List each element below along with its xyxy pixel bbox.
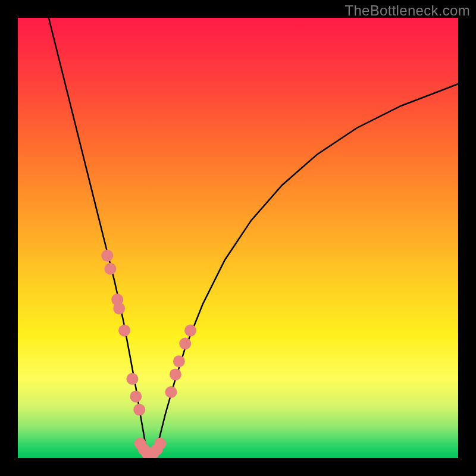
data-marker xyxy=(130,390,142,402)
data-marker xyxy=(165,386,177,398)
plot-area xyxy=(18,18,458,458)
data-marker xyxy=(101,250,113,262)
data-marker xyxy=(104,263,116,275)
curve-left-branch xyxy=(49,18,148,456)
chart-svg xyxy=(18,18,458,458)
data-marker xyxy=(113,302,125,314)
data-marker xyxy=(118,324,130,336)
watermark-text: TheBottleneck.com xyxy=(345,2,470,19)
data-marker xyxy=(170,368,181,380)
curve-right-branch xyxy=(154,84,458,456)
data-marker xyxy=(173,355,185,367)
data-marker xyxy=(184,324,196,336)
data-marker xyxy=(179,338,191,350)
data-marker xyxy=(154,438,166,450)
data-marker xyxy=(126,373,138,385)
outer-frame: TheBottleneck.com xyxy=(0,0,476,476)
data-marker xyxy=(133,404,145,416)
